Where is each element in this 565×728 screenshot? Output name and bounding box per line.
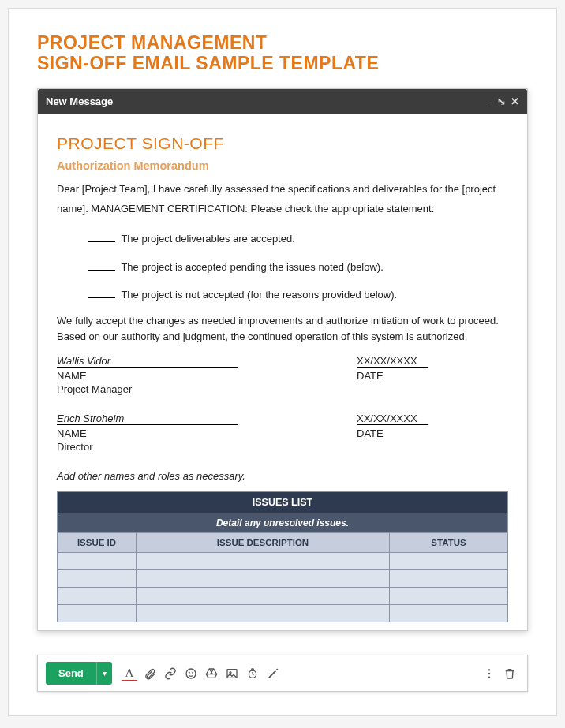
- svg-point-4: [230, 672, 231, 674]
- more-options-icon[interactable]: [480, 664, 499, 683]
- name-label: NAME: [57, 427, 357, 439]
- svg-point-0: [186, 669, 196, 678]
- cell-status[interactable]: [390, 570, 508, 588]
- cell-status[interactable]: [390, 588, 508, 605]
- issues-table-title: ISSUES LIST: [58, 492, 508, 513]
- cell-status[interactable]: [390, 553, 508, 570]
- issues-table: ISSUES LIST Detail any unresolved issues…: [57, 491, 508, 622]
- table-row: [58, 605, 508, 622]
- drive-icon[interactable]: [202, 664, 221, 683]
- expand-icon[interactable]: ⤡: [497, 95, 506, 107]
- send-button-group: Send ▾: [46, 662, 112, 685]
- email-compose-toolbar: Send ▾ A: [37, 655, 528, 692]
- cell-description[interactable]: [137, 553, 390, 570]
- table-subtitle-row: Detail any unresolved issues.: [58, 513, 508, 533]
- emoji-icon[interactable]: [181, 664, 200, 683]
- svg-point-9: [488, 676, 490, 678]
- attach-file-icon[interactable]: [140, 664, 159, 683]
- certification-option: The project deliverables are accepted.: [57, 230, 508, 248]
- page: PROJECT MANAGEMENT SIGN-OFF EMAIL SAMPLE…: [8, 8, 557, 716]
- delete-icon[interactable]: [500, 664, 519, 683]
- intro-paragraph: Dear [Project Team], I have carefully as…: [57, 180, 508, 218]
- table-title-row: ISSUES LIST: [58, 492, 508, 513]
- minimize-icon[interactable]: _: [487, 95, 492, 107]
- cell-issue-id[interactable]: [58, 605, 137, 622]
- signer-role: Director: [57, 441, 508, 453]
- authorization-paragraph: We fully accept the changes as needed im…: [57, 313, 508, 344]
- date-label: DATE: [357, 370, 508, 382]
- body-subtitle: Authorization Memorandum: [57, 159, 508, 172]
- checkbox-blank[interactable]: [88, 297, 115, 298]
- cell-description[interactable]: [137, 605, 390, 622]
- pen-icon[interactable]: [264, 664, 282, 683]
- table-row: [58, 553, 508, 570]
- cell-description[interactable]: [137, 588, 390, 605]
- email-window-title: New Message: [46, 95, 113, 107]
- date-label: DATE: [357, 427, 508, 439]
- svg-point-2: [192, 672, 193, 673]
- checkbox-blank[interactable]: [88, 241, 115, 242]
- signer-date-field[interactable]: XX/XX/XXXX: [357, 355, 428, 368]
- issues-table-subtitle: Detail any unresolved issues.: [58, 513, 508, 533]
- option-text: The project is accepted pending the issu…: [121, 261, 383, 273]
- table-header-row: ISSUE ID ISSUE DESCRIPTION STATUS: [58, 533, 508, 553]
- insert-link-icon[interactable]: [161, 664, 180, 683]
- option-text: The project is not accepted (for the rea…: [121, 289, 397, 301]
- svg-rect-6: [251, 669, 253, 670]
- email-window-header: New Message _ ⤡ ✕: [38, 89, 527, 114]
- text-format-icon[interactable]: A: [120, 664, 139, 683]
- table-row: [58, 588, 508, 605]
- certification-option: The project is not accepted (for the rea…: [57, 286, 508, 304]
- name-label: NAME: [57, 370, 357, 382]
- email-body: PROJECT SIGN-OFF Authorization Memorandu…: [38, 114, 527, 631]
- col-header-description: ISSUE DESCRIPTION: [137, 533, 390, 553]
- title-line-1: PROJECT MANAGEMENT: [37, 32, 267, 53]
- signer-name-field[interactable]: Erich Stroheim: [57, 413, 238, 425]
- signature-block: Wallis Vidor XX/XX/XXXX NAME DATE Projec…: [57, 355, 508, 395]
- cell-description[interactable]: [137, 570, 390, 588]
- svg-point-7: [488, 669, 490, 670]
- email-window: New Message _ ⤡ ✕ PROJECT SIGN-OFF Autho…: [37, 88, 528, 632]
- signer-name-field[interactable]: Wallis Vidor: [57, 355, 238, 368]
- cell-issue-id[interactable]: [58, 570, 137, 588]
- option-text: The project deliverables are accepted.: [121, 233, 294, 245]
- signer-date-field[interactable]: XX/XX/XXXX: [357, 413, 428, 425]
- checkbox-blank[interactable]: [88, 270, 115, 271]
- title-line-2: SIGN-OFF EMAIL SAMPLE TEMPLATE: [37, 53, 379, 73]
- cell-issue-id[interactable]: [58, 588, 137, 605]
- col-header-status: STATUS: [390, 533, 508, 553]
- send-dropdown-button[interactable]: ▾: [96, 662, 112, 685]
- close-icon[interactable]: ✕: [511, 95, 519, 107]
- cell-issue-id[interactable]: [58, 553, 137, 570]
- svg-point-8: [488, 673, 490, 674]
- certification-option: The project is accepted pending the issu…: [57, 258, 508, 276]
- confidential-mode-icon[interactable]: [243, 664, 262, 683]
- insert-image-icon[interactable]: [223, 664, 241, 683]
- table-row: [58, 570, 508, 588]
- svg-point-1: [189, 672, 189, 673]
- signer-role: Project Manager: [57, 383, 508, 395]
- add-names-note: Add other names and roles as necessary.: [57, 470, 508, 482]
- page-title: PROJECT MANAGEMENT SIGN-OFF EMAIL SAMPLE…: [37, 32, 528, 74]
- send-button[interactable]: Send: [46, 662, 96, 685]
- signature-block: Erich Stroheim XX/XX/XXXX NAME DATE Dire…: [57, 413, 508, 453]
- cell-status[interactable]: [390, 605, 508, 622]
- col-header-issue-id: ISSUE ID: [58, 533, 137, 553]
- body-title: PROJECT SIGN-OFF: [57, 134, 508, 153]
